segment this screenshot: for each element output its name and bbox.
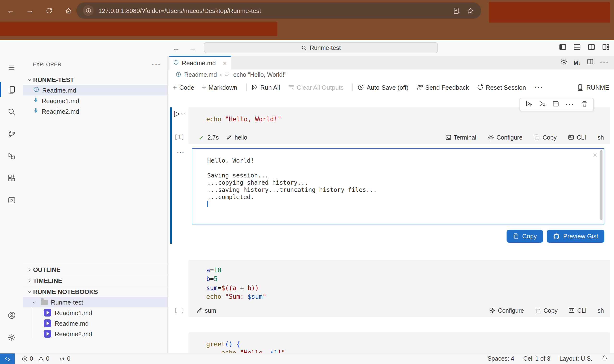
run-all-button[interactable]: Run All (251, 84, 280, 91)
account-icon[interactable] (0, 304, 23, 326)
address-bar[interactable]: 127.0.0.1:8080/?folder=/Users/macos/Desk… (76, 2, 481, 19)
section-runme-notebooks[interactable]: RUNME NOTEBOOKS (23, 286, 167, 297)
cli-button[interactable]: CLI (569, 307, 587, 314)
cli-button[interactable]: CLI (568, 134, 586, 141)
add-markdown-button[interactable]: + Markdown (202, 83, 237, 91)
problems-errors[interactable]: 0 (22, 355, 33, 362)
send-feedback-label: Send Feedback (425, 84, 469, 91)
breadcrumb-cell[interactable]: echo "Hello, World!" (233, 71, 287, 78)
code-cell-3[interactable]: greet() { echo "Hello, $1!" (188, 332, 610, 353)
sidebar-item-explorer[interactable] (0, 79, 23, 101)
configure-button[interactable]: Configure (488, 134, 523, 141)
terminal-output[interactable]: Hello, World! Saving session... ...copyi… (192, 148, 604, 224)
configure-button[interactable]: Configure (489, 307, 524, 314)
sidebar-item-search[interactable] (0, 101, 23, 123)
ports-indicator[interactable]: 0 (59, 355, 70, 362)
url-text[interactable]: 127.0.0.1:8080/?folder=/Users/macos/Desk… (98, 7, 261, 14)
menu-hamburger-icon[interactable] (0, 57, 23, 79)
keyboard-layout-indicator[interactable]: Layout: U.S. (559, 355, 592, 362)
section-timeline[interactable]: TIMELINE (23, 275, 167, 286)
vscode-window: ← → Runme-test (0, 40, 614, 364)
tab-close-icon[interactable]: × (223, 60, 227, 66)
toggle-panel-icon[interactable] (573, 43, 581, 53)
file-label: Readme2.md (42, 108, 79, 115)
notifications-bell-icon[interactable] (601, 355, 608, 363)
browser-back-icon[interactable]: ← (6, 6, 15, 15)
cell-more-icon[interactable]: ··· (565, 101, 575, 108)
notebook-scroll-area[interactable]: ··· ▷ [1] echo "Hello, World!" ✓ (168, 94, 614, 353)
tree-item-readme[interactable]: Readme.md (23, 85, 167, 95)
output-close-icon[interactable]: × (593, 152, 597, 159)
configure-label: Configure (498, 307, 524, 314)
terminal-button[interactable]: Terminal (445, 134, 476, 141)
tree-item-readme2[interactable]: Readme2.md (23, 106, 167, 117)
sidebar-item-runme[interactable] (0, 189, 23, 211)
reset-session-button[interactable]: Reset Session (477, 84, 526, 91)
gist-copy-button[interactable]: Copy (506, 230, 543, 243)
execute-below-icon[interactable] (539, 100, 546, 109)
open-markdown-icon[interactable]: M↓ (574, 60, 580, 65)
tree-item-readme1[interactable]: Readme1.md (23, 95, 167, 106)
output-menu-icon[interactable]: ··· (177, 149, 185, 156)
cell-position-indicator[interactable]: Cell 1 of 3 (523, 355, 550, 362)
tab-readme[interactable]: Readme.md × (169, 56, 231, 70)
tree-root-folder[interactable]: RUNME-TEST (23, 74, 167, 85)
add-code-button[interactable]: + Code (173, 83, 194, 91)
notebook-item-readme1[interactable]: Readme1.md (23, 307, 167, 318)
notebook-item-readme[interactable]: Readme.md (23, 318, 167, 328)
cell-1-status-bar: ✓ 2.7s hello Terminal (188, 131, 610, 144)
workbench-body: EXPLORER ··· RUNME-TEST Readme.md (0, 56, 614, 353)
history-back-icon[interactable]: ← (173, 40, 180, 56)
editor-more-icon[interactable]: ··· (600, 59, 609, 66)
split-editor-icon[interactable] (587, 58, 594, 67)
notebook-item-readme2[interactable]: Readme2.md (23, 328, 167, 339)
command-center[interactable]: Runme-test (204, 42, 438, 53)
output-line (207, 164, 592, 172)
split-cell-icon[interactable] (552, 100, 559, 109)
cell-name-button[interactable]: hello (226, 134, 247, 141)
site-info-icon[interactable] (83, 5, 93, 16)
remote-indicator[interactable] (0, 353, 15, 364)
send-feedback-button[interactable]: Send Feedback (416, 84, 469, 91)
runme-brand[interactable]: RUNME (577, 84, 609, 91)
browser-reload-icon[interactable] (45, 7, 53, 14)
toggle-sidebar-icon[interactable] (559, 43, 566, 53)
cell-2-editor[interactable]: a=10 b=5 sum=$((a + b)) echo "Sum: $sum" (188, 260, 610, 304)
markdown-file-icon (33, 107, 39, 115)
copy-button[interactable]: Copy (534, 134, 556, 141)
notebook-settings-gear-icon[interactable] (560, 58, 567, 67)
history-forward-icon[interactable]: → (189, 40, 196, 56)
output-scrollbar[interactable] (600, 150, 602, 220)
sidebar-item-run-debug[interactable] (0, 145, 23, 167)
bookmark-star-icon[interactable] (466, 7, 474, 14)
cell-name-button[interactable]: sum (196, 307, 216, 314)
clear-all-outputs-button[interactable]: Clear All Outputs (288, 84, 344, 91)
indent-indicator[interactable]: Spaces: 4 (488, 355, 514, 362)
browser-home-icon[interactable] (64, 7, 72, 14)
toggle-secondary-sidebar-icon[interactable] (588, 43, 595, 53)
breadcrumb-file[interactable]: Readme.md (184, 71, 217, 78)
delete-cell-icon[interactable] (581, 100, 588, 109)
sidebar-item-extensions[interactable] (0, 167, 23, 189)
runme-brand-label: RUNME (587, 84, 609, 91)
browser-forward-icon[interactable]: → (26, 6, 34, 15)
extensions-icon (7, 174, 16, 182)
install-app-icon[interactable] (452, 7, 461, 14)
browser-chrome: ← → 127.0.0.1:8080/?folder=/Users/macos/… (0, 0, 614, 40)
copy-button[interactable]: Copy (535, 307, 557, 314)
sidebar-more-icon[interactable]: ··· (152, 61, 161, 68)
customize-layout-icon[interactable] (602, 43, 610, 53)
autosave-button[interactable]: Auto-Save (off) (358, 84, 408, 91)
notebook-folder-row[interactable]: Runme-test (23, 297, 167, 307)
cell-list-icon (225, 71, 231, 78)
run-cell-button[interactable]: ▷ (174, 109, 185, 118)
problems-warnings[interactable]: 0 (38, 355, 49, 362)
sidebar-item-source-control[interactable] (0, 123, 23, 145)
toolbar-more-icon[interactable]: ··· (535, 84, 544, 91)
settings-gear-icon[interactable] (0, 326, 23, 348)
execute-above-icon[interactable] (525, 100, 533, 109)
section-outline[interactable]: OUTLINE (23, 264, 167, 275)
cell-1-group: ··· ▷ [1] echo "Hello, World!" ✓ (168, 107, 614, 243)
preview-gist-button[interactable]: Preview Gist (547, 230, 604, 243)
reset-session-label: Reset Session (486, 84, 526, 91)
